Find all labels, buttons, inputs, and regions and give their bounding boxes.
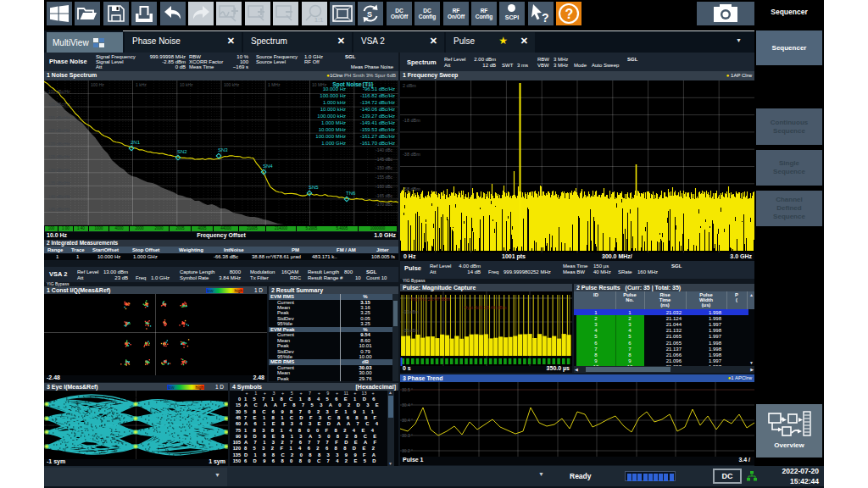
svg-text:-149.41 dBc/Hz: -149.41 dBc/Hz bbox=[360, 120, 395, 125]
svg-text:-155 dBc: -155 dBc bbox=[376, 175, 393, 180]
svg-text:1 kHz: 1 kHz bbox=[136, 82, 147, 87]
svg-text:?: ? bbox=[542, 11, 549, 24]
svg-text:-96.51 dBc/Hz: -96.51 dBc/Hz bbox=[363, 86, 395, 92]
svg-text:-170 dBc: -170 dBc bbox=[376, 202, 393, 207]
svg-text:SN4: SN4 bbox=[263, 164, 273, 169]
svg-text:SN5: SN5 bbox=[309, 185, 319, 190]
svg-text:30.2 °: 30.2 ° bbox=[402, 448, 413, 453]
svg-text:2 dBm: 2 dBm bbox=[403, 83, 416, 88]
svg-text:TN6: TN6 bbox=[346, 191, 356, 196]
svg-text:10 kHz: 10 kHz bbox=[180, 82, 193, 87]
svg-text:-161.70 dBc/Hz: -161.70 dBc/Hz bbox=[360, 141, 395, 146]
svg-text:-58 dBm: -58 dBm bbox=[403, 186, 420, 191]
svg-text:10.000 Hz: 10.000 Hz bbox=[323, 86, 346, 92]
svg-text:-159.53 dBc/Hz: -159.53 dBc/Hz bbox=[360, 127, 395, 132]
svg-text:1 MHz: 1 MHz bbox=[268, 82, 281, 87]
svg-text:30.4 °: 30.4 ° bbox=[402, 402, 413, 408]
svg-text:-150 dBc: -150 dBc bbox=[376, 165, 393, 170]
svg-text:Hyst 3dB 16.44 dBm: Hyst 3dB 16.44 dBm bbox=[464, 305, 507, 310]
svg-text:-145 dBc: -145 dBc bbox=[376, 157, 393, 162]
svg-text:-115 dBc/Hz: -115 dBc/Hz bbox=[47, 128, 70, 133]
svg-text:S: S bbox=[367, 10, 372, 19]
svg-text:-110 dBc/Hz: -110 dBc/Hz bbox=[47, 115, 70, 120]
svg-text:1.000 kHz: 1.000 kHz bbox=[323, 100, 346, 105]
svg-text:-18 dBm: -18 dBm bbox=[403, 118, 420, 123]
svg-text:2N1: 2N1 bbox=[131, 140, 141, 145]
svg-text:-134.72 dBc/Hz: -134.72 dBc/Hz bbox=[360, 100, 395, 105]
svg-text:-38 dBm: -38 dBm bbox=[403, 152, 420, 157]
svg-text:10.000 kHz: 10.000 kHz bbox=[320, 107, 346, 112]
svg-text:-140.06 dBc/Hz: -140.06 dBc/Hz bbox=[360, 107, 395, 112]
svg-text:100 Hz: 100 Hz bbox=[91, 82, 104, 87]
svg-text:1:1: 1:1 bbox=[314, 17, 323, 23]
svg-text:-30 dBm: -30 dBm bbox=[403, 328, 419, 333]
svg-text:?: ? bbox=[565, 7, 574, 21]
svg-text:100 kHz: 100 kHz bbox=[224, 82, 240, 87]
svg-text:30.4 °: 30.4 ° bbox=[402, 418, 413, 423]
svg-text:SN2: SN2 bbox=[177, 149, 187, 154]
svg-text:-10 dBm: -10 dBm bbox=[403, 309, 419, 314]
svg-text:30.5 °: 30.5 ° bbox=[402, 387, 413, 392]
svg-text:100.000 kHz: 100.000 kHz bbox=[317, 114, 346, 119]
svg-text:-145 dBc/Hz: -145 dBc/Hz bbox=[47, 207, 70, 212]
svg-text:Trg Thu 26.47 dBm: Trg Thu 26.47 dBm bbox=[410, 297, 450, 302]
svg-text:-165 dBc: -165 dBc bbox=[376, 193, 393, 198]
svg-text:SN3: SN3 bbox=[218, 147, 228, 152]
svg-text:-116.82 dBc/Hz: -116.82 dBc/Hz bbox=[360, 93, 395, 98]
svg-text:1.000 MHz: 1.000 MHz bbox=[321, 120, 346, 125]
svg-text:30.3 °: 30.3 ° bbox=[402, 433, 413, 438]
svg-text:-120 dBc/Hz: -120 dBc/Hz bbox=[47, 141, 70, 147]
svg-text:-160 dBc: -160 dBc bbox=[376, 184, 393, 189]
svg-text:-161.27 dBc/Hz: -161.27 dBc/Hz bbox=[360, 134, 395, 139]
svg-text:-140 dBc/Hz: -140 dBc/Hz bbox=[47, 194, 70, 199]
svg-text:100.000 Hz: 100.000 Hz bbox=[320, 93, 346, 98]
svg-text:-125 dBc/Hz: -125 dBc/Hz bbox=[47, 154, 70, 159]
svg-text:-139.27 dBc/Hz: -139.27 dBc/Hz bbox=[360, 114, 395, 119]
svg-text:1.000 GHz: 1.000 GHz bbox=[321, 141, 346, 146]
svg-text:-135 dBc/Hz: -135 dBc/Hz bbox=[47, 180, 70, 186]
svg-text:100.000 MHz: 100.000 MHz bbox=[315, 134, 346, 139]
svg-text:-140 dBc: -140 dBc bbox=[376, 147, 393, 152]
svg-text:-130 dBc/Hz: -130 dBc/Hz bbox=[47, 168, 70, 173]
svg-text:10.000 MHz: 10.000 MHz bbox=[319, 127, 346, 132]
